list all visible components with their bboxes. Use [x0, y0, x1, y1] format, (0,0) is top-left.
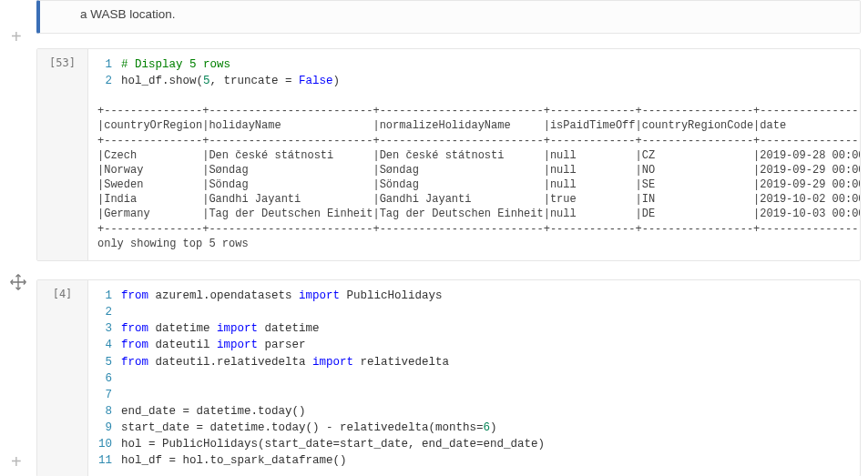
add-cell-icon[interactable]: +: [11, 452, 22, 471]
drag-handle-icon[interactable]: [9, 273, 27, 294]
code-line[interactable]: hol = PublicHolidays(start_date=start_da…: [121, 436, 545, 452]
code-cell: [53] 1# Display 5 rows2hol_df.show(5, tr…: [36, 48, 861, 261]
markdown-cell[interactable]: a WASB location.: [36, 0, 861, 34]
line-number: 7: [97, 387, 121, 403]
code-editor[interactable]: 1# Display 5 rows2hol_df.show(5, truncat…: [88, 49, 860, 96]
code-line[interactable]: start_date = datetime.today() - relative…: [121, 420, 497, 436]
code-line[interactable]: hol_df = hol.to_spark_dataframe(): [121, 452, 347, 469]
line-number: 4: [97, 337, 121, 353]
line-number: 8: [97, 403, 121, 420]
cell-prompt: [4]: [37, 280, 88, 476]
code-line[interactable]: end_date = datetime.today(): [121, 403, 306, 420]
line-number: 1: [97, 288, 121, 304]
code-line[interactable]: hol_df.show(5, truncate = False): [121, 73, 340, 89]
line-number: 3: [97, 320, 121, 337]
code-line[interactable]: from dateutil import parser: [121, 337, 306, 353]
cell-output: +---------------+-----------------------…: [88, 96, 860, 260]
line-number: 11: [97, 452, 121, 469]
markdown-text: a WASB location.: [80, 7, 176, 21]
line-number: 6: [97, 370, 121, 387]
line-number: 10: [97, 436, 121, 452]
code-line[interactable]: from dateutil.relativedelta import relat…: [121, 354, 449, 370]
code-line[interactable]: from datetime import datetime: [121, 320, 320, 337]
line-number: 9: [97, 420, 121, 436]
code-line[interactable]: from azureml.opendatasets import PublicH…: [121, 288, 443, 304]
code-line[interactable]: # Display 5 rows: [121, 56, 230, 73]
line-number: 5: [97, 354, 121, 370]
cell-prompt: [53]: [37, 49, 88, 260]
add-cell-icon[interactable]: +: [11, 27, 22, 46]
code-editor[interactable]: 1from azureml.opendatasets import Public…: [88, 280, 860, 476]
code-cell: [4] 1from azureml.opendatasets import Pu…: [36, 279, 861, 476]
line-number: 1: [97, 56, 121, 73]
line-number: 2: [97, 73, 121, 89]
line-number: 2: [97, 304, 121, 320]
